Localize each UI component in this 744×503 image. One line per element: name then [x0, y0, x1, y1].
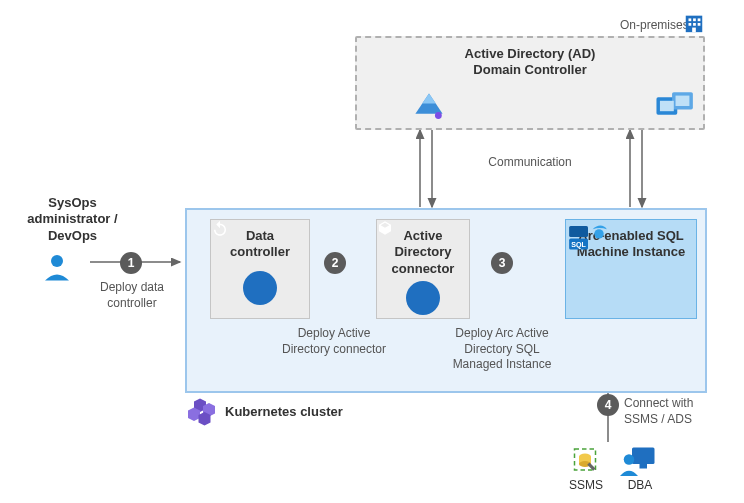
step-4-label: Connect withSSMS / ADS	[624, 396, 714, 427]
cube-icon	[406, 281, 440, 315]
onprem-title: Active Directory (AD) Domain Controller	[357, 38, 703, 79]
communication-label: Communication	[470, 155, 590, 171]
svg-point-33	[594, 229, 603, 238]
data-controller-box: Data controller	[210, 219, 310, 319]
svg-rect-13	[698, 18, 701, 21]
onprem-box: Active Directory (AD) Domain Controller	[355, 36, 705, 130]
svg-rect-14	[689, 23, 692, 26]
svg-rect-15	[693, 23, 696, 26]
onprem-tag: On-premises	[620, 18, 689, 32]
svg-rect-11	[689, 18, 692, 21]
ssms-label: SSMS	[568, 478, 604, 492]
step-2: 2	[324, 252, 346, 274]
svg-point-20	[435, 112, 442, 119]
svg-rect-39	[640, 464, 648, 469]
persona-label: SysOps administrator / DevOps	[20, 195, 125, 244]
svg-rect-24	[660, 101, 674, 111]
step-1-label: Deploy datacontroller	[92, 280, 172, 311]
step-3-label: Deploy Arc ActiveDirectory SQLManaged In…	[442, 326, 562, 373]
step-2-label: Deploy ActiveDirectory connector	[274, 326, 394, 357]
svg-marker-19	[422, 93, 436, 103]
refresh-icon	[243, 271, 277, 305]
arc-sql-box: Arc-enabled SQL Machine Instance SQL	[565, 219, 697, 319]
building-icon	[683, 12, 705, 34]
cluster-label: Kubernetes cluster	[225, 404, 343, 419]
svg-rect-16	[698, 23, 701, 26]
ad-connector-box: Active Directory connector	[376, 219, 470, 319]
svg-rect-30	[569, 226, 588, 237]
svg-text:SQL: SQL	[571, 241, 586, 249]
svg-point-25	[51, 255, 63, 267]
step-1: 1	[120, 252, 142, 274]
svg-rect-38	[632, 448, 655, 465]
svg-rect-23	[676, 96, 690, 106]
svg-rect-17	[692, 28, 696, 33]
svg-rect-12	[693, 18, 696, 21]
step-3: 3	[491, 252, 513, 274]
step-4: 4	[597, 394, 619, 416]
svg-point-40	[624, 454, 635, 465]
dba-label: DBA	[624, 478, 656, 492]
